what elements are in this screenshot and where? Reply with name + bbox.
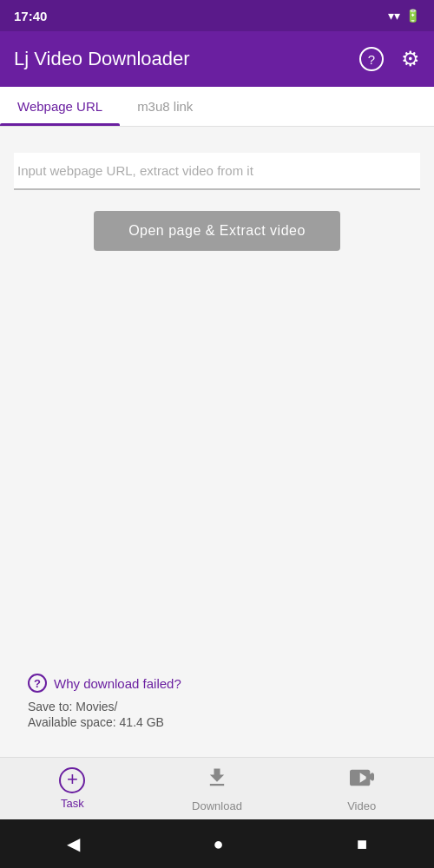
app-bar: Lj Video Downloader ? ⚙: [0, 31, 434, 87]
nav-download[interactable]: Download: [145, 758, 290, 819]
nav-task[interactable]: + Task: [0, 758, 145, 819]
main-content: Open page & Extract video ? Why download…: [0, 127, 434, 757]
tab-bar: Webpage URL m3u8 link: [0, 87, 434, 127]
recents-button[interactable]: ■: [357, 834, 367, 854]
save-to-info: Save to: Movies/: [28, 700, 406, 713]
url-input[interactable]: [14, 153, 420, 188]
help-icon[interactable]: ?: [359, 47, 384, 71]
help-circle-icon: ?: [28, 674, 47, 693]
nav-video-label: Video: [347, 799, 376, 812]
nav-task-label: Task: [61, 797, 84, 810]
app-title: Lj Video Downloader: [14, 48, 190, 70]
tab-m3u8-link[interactable]: m3u8 link: [120, 87, 210, 126]
bottom-info: ? Why download failed? Save to: Movies/ …: [14, 667, 420, 743]
home-button[interactable]: ●: [213, 834, 223, 854]
why-download-failed[interactable]: ? Why download failed?: [28, 674, 406, 693]
settings-icon[interactable]: ⚙: [401, 47, 420, 71]
status-bar: 17:40 ▾▾ 🔋: [0, 0, 434, 31]
bottom-nav: + Task Download Video: [0, 757, 434, 819]
available-space-info: Available space: 41.4 GB: [28, 715, 406, 729]
status-icons: ▾▾ 🔋: [388, 9, 420, 23]
system-nav: ◀ ● ■: [0, 819, 434, 868]
url-input-container: [14, 153, 420, 190]
tab-webpage-url[interactable]: Webpage URL: [0, 87, 120, 126]
video-icon: [350, 766, 374, 796]
extract-button[interactable]: Open page & Extract video: [94, 211, 340, 251]
back-button[interactable]: ◀: [67, 833, 80, 854]
download-icon: [205, 766, 229, 796]
battery-icon: 🔋: [405, 9, 420, 23]
nav-video[interactable]: Video: [289, 758, 434, 819]
app-bar-actions: ? ⚙: [359, 47, 420, 71]
task-icon: +: [59, 767, 85, 793]
nav-download-label: Download: [192, 799, 242, 812]
wifi-icon: ▾▾: [388, 9, 400, 23]
status-time: 17:40: [14, 9, 47, 23]
